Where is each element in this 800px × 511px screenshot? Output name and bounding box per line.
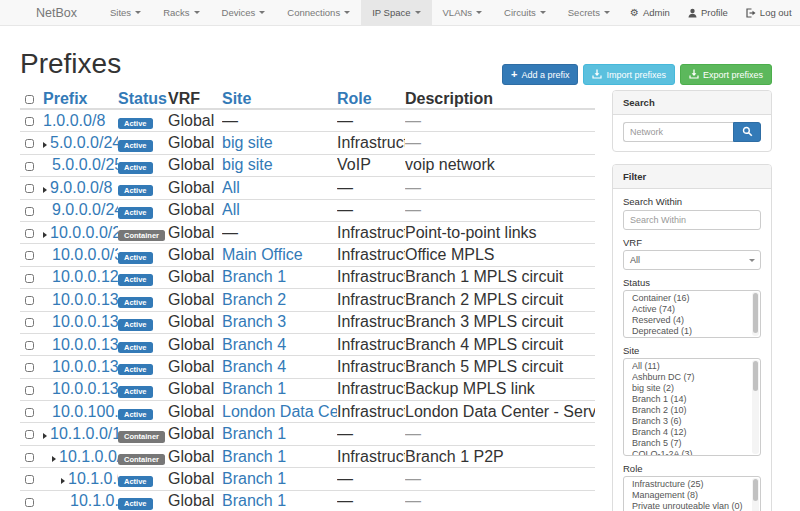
scrollbar[interactable] xyxy=(752,360,759,454)
vrf-select[interactable]: All xyxy=(623,250,761,270)
list-option[interactable]: Branch 1 (14) xyxy=(632,394,750,405)
site-link[interactable]: Branch 1 xyxy=(222,268,286,285)
list-option[interactable]: Reserved (4) xyxy=(632,315,750,326)
row-checkbox[interactable] xyxy=(25,184,34,193)
nav-item-secrets[interactable]: Secrets xyxy=(557,0,621,25)
prefix-link[interactable]: 5.0.0.0/25 xyxy=(52,156,118,173)
logout-link[interactable]: Log out xyxy=(737,0,800,25)
app-brand[interactable]: NetBox xyxy=(36,0,77,25)
list-option[interactable]: Branch 4 (12) xyxy=(632,427,750,438)
nav-item-sites[interactable]: Sites xyxy=(99,0,152,25)
row-checkbox[interactable] xyxy=(25,363,34,372)
list-option[interactable]: Deprecated (1) xyxy=(632,326,750,337)
row-checkbox[interactable] xyxy=(25,229,34,238)
caret-down-icon xyxy=(749,259,755,262)
list-option[interactable]: Branch 5 (7) xyxy=(632,438,750,449)
row-checkbox[interactable] xyxy=(25,475,34,484)
site-link[interactable]: Branch 1 xyxy=(222,470,286,487)
site-link[interactable]: Main Office xyxy=(222,246,303,263)
profile-link[interactable]: Profile xyxy=(679,0,737,25)
prefix-link[interactable]: 10.0.100.0/24 xyxy=(52,403,118,420)
import-prefixes-button[interactable]: Import prefixes xyxy=(583,64,675,85)
prefix-link[interactable]: 9.0.0.0/24 xyxy=(52,201,118,218)
site-listbox[interactable]: All (11)Ashburn DC (7)big site (2)Branch… xyxy=(623,358,761,456)
select-all-checkbox[interactable] xyxy=(25,95,34,104)
list-option[interactable]: Container (16) xyxy=(632,293,750,304)
status-listbox[interactable]: Container (16)Active (74)Reserved (4)Dep… xyxy=(623,290,761,338)
row-checkbox[interactable] xyxy=(25,251,34,260)
row-checkbox[interactable] xyxy=(25,162,34,171)
site-link[interactable]: London Data Center xyxy=(222,403,337,420)
row-checkbox[interactable] xyxy=(25,207,34,216)
site-link[interactable]: All xyxy=(222,201,240,218)
nav-item-circuits[interactable]: Circuits xyxy=(493,0,557,25)
column-header-status[interactable]: Status xyxy=(118,90,168,108)
list-option[interactable]: Ashburn DC (7) xyxy=(632,372,750,383)
row-checkbox[interactable] xyxy=(25,318,34,327)
role-listbox[interactable]: Infrastructure (25)Management (8)Private… xyxy=(623,476,761,511)
column-header-role[interactable]: Role xyxy=(337,90,405,108)
row-checkbox[interactable] xyxy=(25,139,34,148)
site-link[interactable]: Branch 1 xyxy=(222,380,286,397)
site-link[interactable]: Branch 4 xyxy=(222,358,286,375)
scrollbar[interactable] xyxy=(752,478,759,511)
row-checkbox[interactable] xyxy=(25,430,34,439)
prefix-link[interactable]: 10.0.0.128/31 xyxy=(52,268,118,285)
prefix-link[interactable]: 10.0.0.0/24 xyxy=(50,224,118,241)
prefix-link[interactable]: 10.0.0.136/31 xyxy=(52,358,118,375)
prefix-link[interactable]: 10.0.0.138/31 xyxy=(52,380,118,397)
row-checkbox[interactable] xyxy=(25,408,34,417)
site-link[interactable]: Branch 1 xyxy=(222,492,286,509)
site-link[interactable]: big site xyxy=(222,134,273,151)
list-option[interactable]: big site (2) xyxy=(632,383,750,394)
site-link[interactable]: Branch 1 xyxy=(222,448,286,465)
row-checkbox[interactable] xyxy=(25,117,34,126)
site-link[interactable]: big site xyxy=(222,156,273,173)
row-checkbox[interactable] xyxy=(25,341,34,350)
row-checkbox[interactable] xyxy=(25,386,34,395)
search-button[interactable] xyxy=(733,122,761,142)
nav-item-ip-space[interactable]: IP Space xyxy=(361,0,431,25)
scrollbar[interactable] xyxy=(752,292,759,336)
row-checkbox[interactable] xyxy=(25,498,34,507)
site-link[interactable]: All xyxy=(222,179,240,196)
nav-item-devices[interactable]: Devices xyxy=(211,0,277,25)
column-header-prefix[interactable]: Prefix xyxy=(38,90,118,108)
export-prefixes-button[interactable]: Export prefixes xyxy=(680,64,772,85)
nav-item-connections[interactable]: Connections xyxy=(276,0,361,25)
site-link[interactable]: Branch 3 xyxy=(222,313,286,330)
list-option[interactable]: Infrastructure (25) xyxy=(632,479,750,490)
prefix-link[interactable]: 10.1.0.0/16 xyxy=(50,425,118,442)
list-option[interactable]: All (11) xyxy=(632,361,750,372)
prefix-link[interactable]: 9.0.0.0/8 xyxy=(50,179,112,196)
prefix-link[interactable]: 10.0.0.132/31 xyxy=(52,313,118,330)
row-checkbox[interactable] xyxy=(25,274,34,283)
list-option[interactable]: Private unrouteable vlan (0) xyxy=(632,501,750,511)
site-link[interactable]: Branch 4 xyxy=(222,336,286,353)
row-checkbox[interactable] xyxy=(25,453,34,462)
add-prefix-button[interactable]: + Add a prefix xyxy=(502,64,578,85)
list-option[interactable]: Active (74) xyxy=(632,304,750,315)
prefix-link[interactable]: 5.0.0.0/24 xyxy=(50,134,118,151)
row-checkbox[interactable] xyxy=(25,296,34,305)
list-option[interactable]: COLO-1-2A (3) xyxy=(632,449,750,456)
site-link[interactable]: Branch 2 xyxy=(222,291,286,308)
prefix-link[interactable]: 1.0.0.0/8 xyxy=(43,112,105,129)
nav-item-racks[interactable]: Racks xyxy=(152,0,210,25)
prefix-link[interactable]: 10.0.0.134/31 xyxy=(52,336,118,353)
column-header-description: Description xyxy=(405,90,595,108)
list-option[interactable]: Branch 3 (6) xyxy=(632,416,750,427)
prefix-link[interactable]: 10.1.0.0/25 xyxy=(68,470,118,487)
nav-item-vlans[interactable]: VLANs xyxy=(432,0,494,25)
prefix-link[interactable]: 10.0.0.0/31 xyxy=(52,246,118,263)
prefix-link[interactable]: 10.0.0.130/31 xyxy=(52,291,118,308)
list-option[interactable]: Branch 2 (10) xyxy=(632,405,750,416)
prefix-link[interactable]: 10.1.0.0/26 xyxy=(70,492,118,509)
site-link[interactable]: Branch 1 xyxy=(222,425,286,442)
search-within-input[interactable] xyxy=(623,210,761,230)
admin-link[interactable]: ⚙ Admin xyxy=(621,0,679,25)
list-option[interactable]: Management (8) xyxy=(632,490,750,501)
column-header-site[interactable]: Site xyxy=(222,90,337,108)
search-input[interactable] xyxy=(623,122,733,142)
prefix-link[interactable]: 10.1.0.0/24 xyxy=(59,448,118,465)
